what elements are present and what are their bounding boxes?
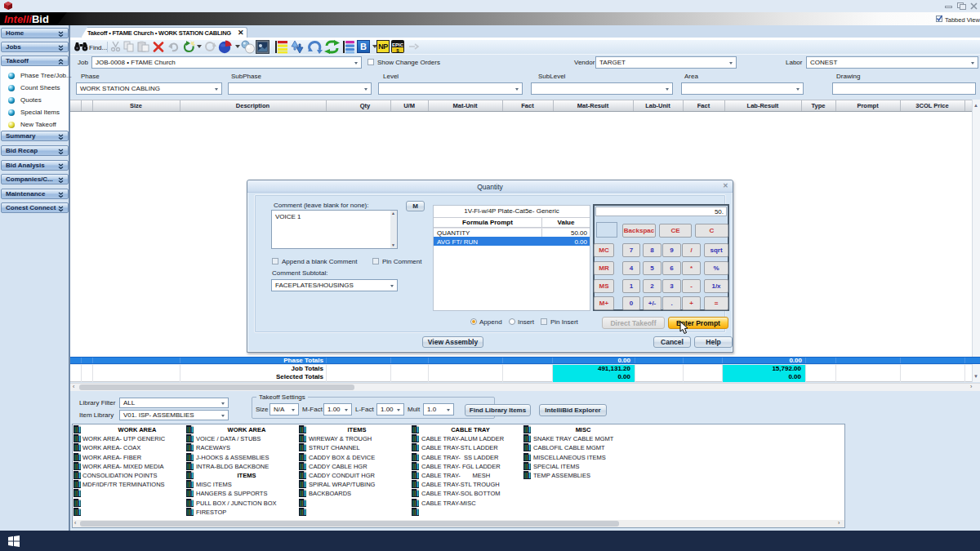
svg-text:EPIC: EPIC	[392, 42, 404, 47]
